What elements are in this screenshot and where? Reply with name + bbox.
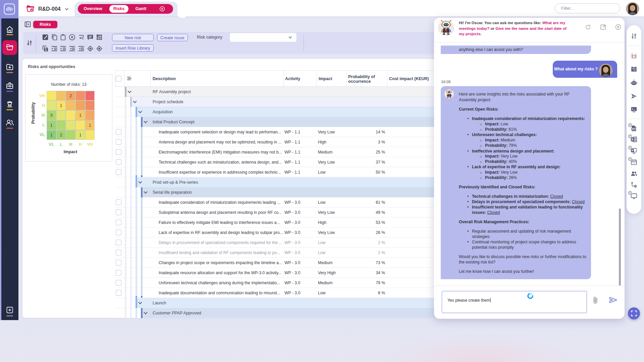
svg-text:PDF: PDF <box>632 128 635 130</box>
